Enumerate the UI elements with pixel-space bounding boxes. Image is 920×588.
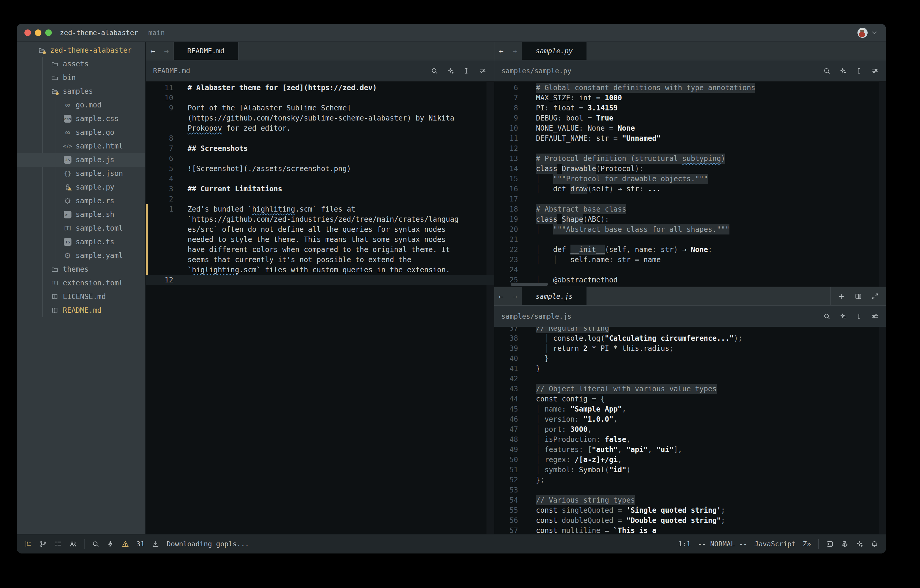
cursor-position[interactable]: 1:1 [678,540,691,548]
code-line[interactable]: 11# Alabaster theme for [zed](https://ze… [146,83,494,93]
code-line[interactable]: 43// Object literal with various value t… [494,384,886,394]
breadcrumb[interactable]: samples/sample.js [501,312,571,320]
code-line[interactable]: 50│ regex: /[a-z]+/gi, [494,455,886,465]
sidebar-item-sample-py[interactable]: sample.py [17,180,145,194]
nav-back-button[interactable]: ← [494,287,508,305]
code-line[interactable]: 9DEBUG: bool = True [494,113,886,123]
code-line[interactable]: `https://github.com/zed-industries/zed/t… [146,214,494,225]
terminal-panel-toggle-icon[interactable] [826,540,834,548]
ibeam-toolbar-icon[interactable] [855,312,863,320]
code-line[interactable]: 47│ port: 3000, [494,424,886,435]
close-window-button[interactable] [24,29,31,36]
code-line[interactable]: Prokopov for zed editor. [146,123,494,133]
bug-panel-toggle-icon[interactable] [841,540,849,548]
sidebar-item-zed-theme-alabaster[interactable]: zed-theme-alabaster [17,44,145,57]
sidebar-item-readme-md[interactable]: README.md [17,304,145,317]
sidebar-item-sample-js[interactable]: JSsample.js [17,153,145,166]
sidebar-item-assets[interactable]: assets [17,57,145,71]
code-line[interactable]: 37// Regular string [494,327,886,333]
sidebar-item-sample-json[interactable]: {}sample.json [17,166,145,180]
sparkles-toolbar-icon[interactable] [839,67,847,75]
code-line[interactable]: 8 [146,133,494,144]
python-editor[interactable]: 6# Global constant definitions with type… [494,82,886,287]
sliders-toolbar-icon[interactable] [871,67,879,75]
code-line[interactable]: 54// Various string types [494,495,886,505]
code-line[interactable]: 6 [146,153,494,164]
code-line[interactable]: have different colors when compared to t… [146,245,494,255]
code-line[interactable]: 23│ │ self.name: str = name [494,255,886,265]
sparkles-toolbar-icon[interactable] [839,312,847,320]
bell-panel-toggle-icon[interactable] [871,540,878,548]
sidebar-item-samples[interactable]: samples [17,84,145,98]
sidebar-item-sample-html[interactable]: </>sample.html [17,139,145,153]
people-icon[interactable] [69,540,77,548]
minimize-window-button[interactable] [35,29,41,36]
sidebar-item-sample-toml[interactable]: [T]sample.toml [17,221,145,235]
code-line[interactable]: 18# Abstract base class [494,204,886,214]
nav-forward-button[interactable]: → [160,42,173,60]
code-line[interactable]: (https://github.com/tonsky/sublime-schem… [146,113,494,123]
search-status-icon[interactable] [92,540,99,548]
code-line[interactable]: 8PI: float = 3.14159 [494,103,886,113]
code-line[interactable]: 20│ """Abstract base class for all shape… [494,225,886,234]
code-line[interactable]: 10 [146,93,494,103]
maximize-pane-icon[interactable] [871,292,879,300]
code-line[interactable]: 17 [494,194,886,204]
tab-sample-py[interactable]: sample.py [522,42,587,60]
warning-count[interactable]: 31 [136,540,145,548]
code-line[interactable]: 42 [494,374,886,384]
language-selector[interactable]: JavaScript [755,540,795,548]
code-line[interactable]: 12 [494,144,886,153]
code-line[interactable]: 40 } [494,354,886,363]
code-line[interactable]: 4 [146,174,494,184]
code-line[interactable]: 7MAX_SIZE: int = 1000 [494,93,886,103]
code-line[interactable]: 41} [494,363,886,374]
code-line[interactable]: 21 [494,234,886,245]
search-toolbar-icon[interactable] [431,67,438,75]
project-panel-toggle-icon[interactable] [24,540,32,548]
code-line[interactable]: 49│ features: ["auth", "api", "ui"], [494,444,886,455]
code-line[interactable]: 13# Protocol definition (structural subt… [494,153,886,164]
code-line[interactable]: 2 [146,194,494,204]
sidebar-item-go-mod[interactable]: ∞go.mod [17,98,145,112]
code-line[interactable]: 11DEFAULT_NAME: str = "Unnamed" [494,133,886,144]
code-line[interactable]: 16│ def draw(self) → str: ... [494,184,886,194]
diagnostics-warning-icon[interactable] [121,540,129,548]
code-line[interactable]: 22│ def __init__(self, name: str) → None… [494,245,886,255]
readme-editor[interactable]: 11# Alabaster theme for [zed](https://ze… [146,82,494,534]
code-line[interactable]: 56const doubleQuoted = "Double quoted st… [494,515,886,525]
sidebar-item-bin[interactable]: bin [17,71,145,84]
sliders-toolbar-icon[interactable] [871,312,879,320]
code-line[interactable]: es/src` often do not define all the quer… [146,225,494,234]
code-line[interactable]: 44const config = { [494,394,886,404]
new-tab-icon[interactable] [838,292,845,300]
nav-forward-button[interactable]: → [508,42,522,60]
sidebar-item-license-md[interactable]: LICENSE.md [17,290,145,304]
code-line[interactable]: 57const multiline = `This is a [494,525,886,534]
sidebar-item-sample-sh[interactable]: >_sample.sh [17,208,145,221]
sparkles-panel-toggle-icon[interactable] [856,540,863,548]
code-line[interactable]: 39 │ return 2 * PI * this.radius; [494,343,886,354]
code-line[interactable]: 5![Screenshot](./assets/screenshot.png) [146,164,494,174]
code-line[interactable]: 10NONE_VALUE: None = None [494,123,886,133]
tab-sample-js[interactable]: sample.js [522,287,587,305]
code-line[interactable]: 3## Current Limitations [146,184,494,194]
avatar[interactable] [857,27,868,38]
code-line[interactable]: 53 [494,485,886,495]
code-line[interactable]: 45│ name: "Sample App", [494,404,886,414]
sidebar-item-sample-go[interactable]: ∞sample.go [17,126,145,139]
code-line[interactable]: 38 │ console.log("Calculating circumfere… [494,333,886,343]
sidebar-item-sample-yaml[interactable]: ⚙sample.yaml [17,249,145,262]
code-line[interactable]: 25│ @abstractmethod [494,275,886,285]
code-line[interactable]: 14class Drawable(Protocol): [494,164,886,174]
branch-label[interactable]: main [148,29,165,37]
ibeam-toolbar-icon[interactable] [463,67,470,75]
code-line[interactable]: 48│ isProduction: false, [494,435,886,444]
split-pane-icon[interactable] [855,292,862,300]
sliders-toolbar-icon[interactable] [479,67,486,75]
code-line[interactable]: 55const singleQuoted = 'Single quoted st… [494,505,886,515]
chevron-down-icon[interactable] [871,29,878,37]
code-line[interactable]: 1Zed's bundled `highliting.scm` files at [146,204,494,214]
nav-forward-button[interactable]: → [508,287,522,305]
code-line[interactable]: 51│ symbol: Symbol("id") [494,465,886,475]
